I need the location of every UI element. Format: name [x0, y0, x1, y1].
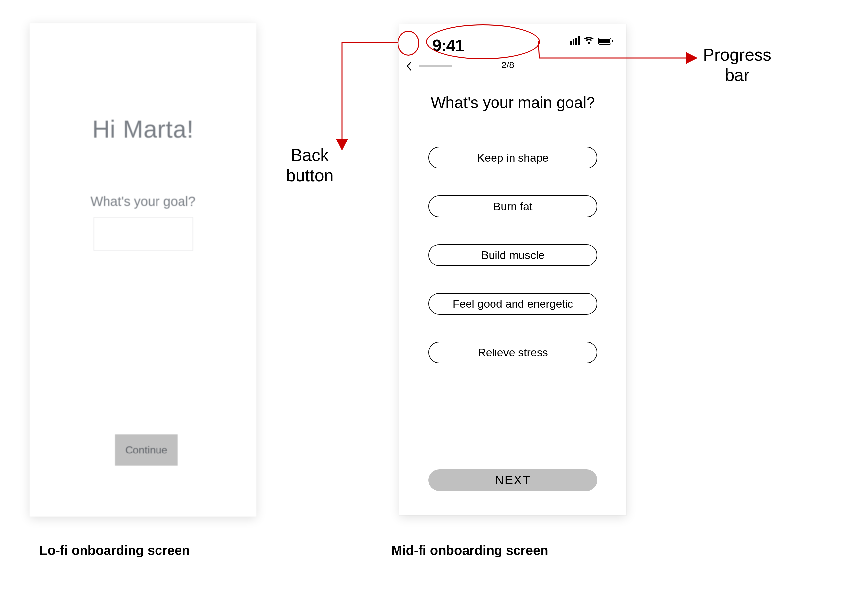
annotation-progress-line2: bar: [703, 65, 771, 85]
annotation-progress-label: Progress bar: [703, 44, 771, 86]
annotation-arrow-progress: [0, 0, 868, 595]
annotation-progress-line1: Progress: [703, 44, 771, 65]
